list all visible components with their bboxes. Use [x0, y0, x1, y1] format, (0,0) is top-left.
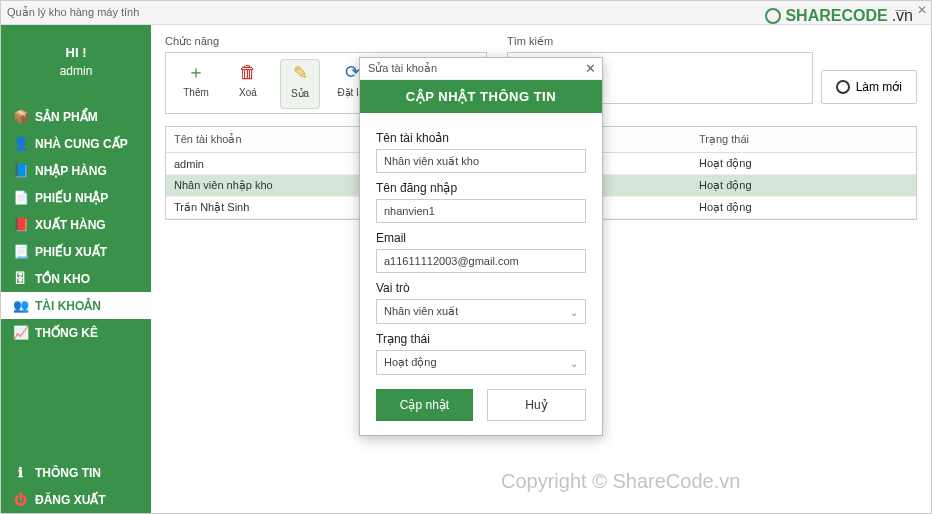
col-trang-thai[interactable]: Trạng thái — [691, 127, 916, 153]
person-icon: 👤 — [13, 136, 27, 151]
watermark-copyright: Copyright © ShareCode.vn — [501, 470, 740, 493]
dialog-header: CẬP NHẬT THÔNG TIN — [360, 80, 602, 113]
current-user: admin — [1, 64, 151, 78]
box-icon: 📦 — [13, 109, 27, 124]
close-button[interactable]: ✕ — [917, 3, 927, 17]
book-in-icon: 📘 — [13, 163, 27, 178]
app-window: Quản lý kho hàng máy tính — ✕ SHARECODE.… — [0, 0, 932, 514]
sidebar-item-nhacungcap[interactable]: 👤NHÀ CUNG CẤP — [1, 130, 151, 157]
sidebar-item-label: SẢN PHẨM — [35, 110, 98, 124]
sidebar-item-label: PHIẾU XUẤT — [35, 245, 107, 259]
sidebar-item-dangxuat[interactable]: ⏻ĐĂNG XUẤT — [1, 486, 151, 513]
select-trang-thai[interactable]: Hoạt động — [376, 350, 586, 375]
stock-icon: 🗄 — [13, 271, 27, 286]
circle-refresh-icon — [836, 80, 850, 94]
sidebar-item-label: ĐĂNG XUẤT — [35, 493, 106, 507]
power-icon: ⏻ — [13, 492, 27, 507]
users-icon: 👥 — [13, 298, 27, 313]
brand-icon — [765, 8, 781, 24]
search-section-label: Tìm kiếm — [507, 35, 917, 48]
sidebar-item-thongke[interactable]: 📈THỐNG KÊ — [1, 319, 151, 346]
sidebar-item-sanpham[interactable]: 📦SẢN PHẨM — [1, 103, 151, 130]
label-trang-thai: Trạng thái — [376, 332, 586, 346]
sidebar-item-tonkho[interactable]: 🗄TỒN KHO — [1, 265, 151, 292]
sidebar-item-phieunhap[interactable]: 📄PHIẾU NHẬP — [1, 184, 151, 211]
sidebar-item-label: PHIẾU NHẬP — [35, 191, 108, 205]
dialog-close-button[interactable]: ✕ — [585, 61, 596, 76]
input-ten-dang-nhap[interactable] — [376, 199, 586, 223]
trash-icon: 🗑 — [235, 59, 261, 85]
chart-icon: 📈 — [13, 325, 27, 340]
sidebar-item-label: NHÀ CUNG CẤP — [35, 137, 128, 151]
update-button[interactable]: Cập nhật — [376, 389, 473, 421]
label-ten-tai-khoan: Tên tài khoản — [376, 131, 586, 145]
sidebar-item-phieuxuat[interactable]: 📃PHIẾU XUẤT — [1, 238, 151, 265]
info-icon: ℹ — [13, 465, 27, 480]
edit-account-dialog: Sửa tài khoản ✕ CẬP NHẬT THÔNG TIN Tên t… — [359, 57, 603, 436]
chevron-down-icon: ⌄ — [570, 307, 578, 318]
brand-suffix: .vn — [892, 7, 913, 25]
add-button[interactable]: ＋Thêm — [176, 59, 216, 109]
greeting: HI ! — [1, 45, 151, 60]
brand-name: SHARECODE — [785, 7, 887, 25]
doc-out-icon: 📃 — [13, 244, 27, 259]
doc-in-icon: 📄 — [13, 190, 27, 205]
toolbar-section-label: Chức năng — [165, 35, 487, 48]
sidebar-item-label: NHẬP HÀNG — [35, 164, 107, 178]
sidebar-item-label: THÔNG TIN — [35, 466, 101, 480]
sidebar-item-thongtin[interactable]: ℹTHÔNG TIN — [1, 459, 151, 486]
pencil-icon: ✎ — [287, 60, 313, 86]
col-ten-tai-khoan[interactable]: Tên tài khoản — [166, 127, 376, 153]
input-email[interactable] — [376, 249, 586, 273]
sidebar-item-taikhoan[interactable]: 👥TÀI KHOẢN — [1, 292, 151, 319]
sidebar-item-nhaphang[interactable]: 📘NHẬP HÀNG — [1, 157, 151, 184]
sidebar-item-label: TÀI KHOẢN — [35, 299, 101, 313]
label-ten-dang-nhap: Tên đăng nhập — [376, 181, 586, 195]
label-vai-tro: Vai trò — [376, 281, 586, 295]
edit-button[interactable]: ✎Sửa — [280, 59, 320, 109]
dialog-smalltitle: Sửa tài khoản — [360, 58, 602, 80]
window-title: Quản lý kho hàng máy tính — [7, 6, 139, 19]
sidebar-item-label: XUẤT HÀNG — [35, 218, 106, 232]
brand-logo: SHARECODE.vn — [765, 7, 913, 25]
book-out-icon: 📕 — [13, 217, 27, 232]
label-email: Email — [376, 231, 586, 245]
sidebar-item-label: TỒN KHO — [35, 272, 90, 286]
delete-button[interactable]: 🗑Xoá — [228, 59, 268, 109]
sidebar-item-xuathang[interactable]: 📕XUẤT HÀNG — [1, 211, 151, 238]
sidebar: HI ! admin 📦SẢN PHẨM 👤NHÀ CUNG CẤP 📘NHẬP… — [1, 25, 151, 513]
input-ten-tai-khoan[interactable] — [376, 149, 586, 173]
select-vai-tro[interactable]: Nhân viên xuất — [376, 299, 586, 324]
plus-icon: ＋ — [183, 59, 209, 85]
refresh-button[interactable]: Làm mới — [821, 70, 917, 104]
cancel-button[interactable]: Huỷ — [487, 389, 586, 421]
chevron-down-icon: ⌄ — [570, 358, 578, 369]
sidebar-item-label: THỐNG KÊ — [35, 326, 98, 340]
